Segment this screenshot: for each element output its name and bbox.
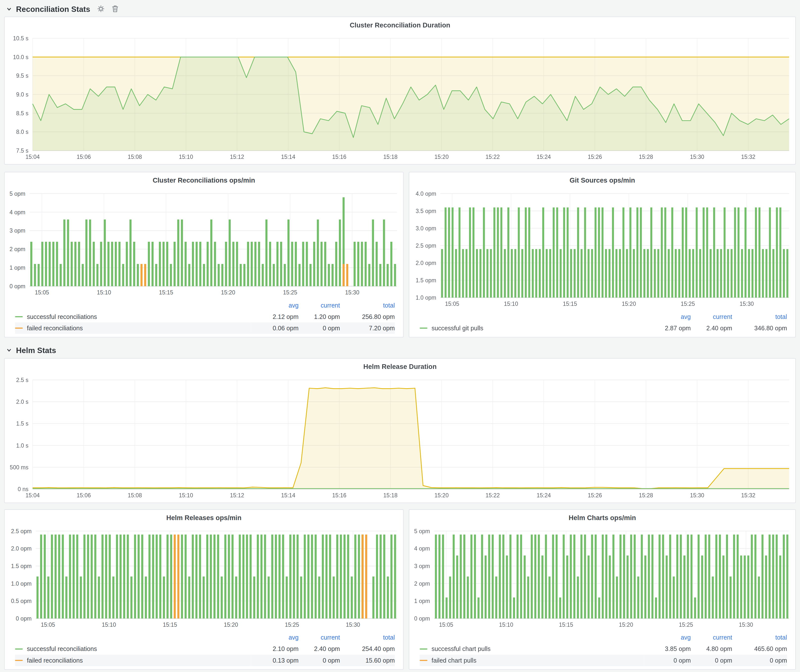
panel-title[interactable]: Helm Releases ops/min: [5, 510, 403, 523]
svg-text:15:28: 15:28: [639, 154, 653, 160]
legend-value: 7.20 opm: [340, 322, 395, 334]
panel-git-sources-opm: Git Sources ops/min 1.0 opm1.5 opm2.0 op…: [409, 172, 796, 337]
legend-col-current[interactable]: current: [691, 311, 732, 322]
chart-git-sources-opm[interactable]: 1.0 opm1.5 opm2.0 opm2.5 opm3.0 opm3.5 o…: [410, 186, 795, 311]
series-successful-git-pulls: [441, 207, 788, 298]
section-header-helm-stats[interactable]: Helm Stats: [4, 342, 796, 358]
legend-swatch: [15, 328, 23, 329]
y-tick-labels: 0 ns500 ms1.0 s1.5 s2.0 s2.5 s: [10, 377, 29, 492]
gear-icon[interactable]: [98, 5, 105, 12]
grafana-dashboard: Reconciliation Stats Cluster Reconciliat…: [0, 0, 800, 671]
section-header-reconciliation-stats[interactable]: Reconciliation Stats: [4, 1, 796, 17]
x-tick-labels: 15:0415:0615:0815:1015:1215:1415:1615:18…: [26, 492, 755, 499]
legend-label[interactable]: successful reconciliations: [27, 645, 97, 653]
legend-row: successful reconciliations2.12 opm1.20 o…: [15, 311, 395, 322]
svg-text:15:30: 15:30: [739, 622, 753, 628]
legend-git-sources: avgcurrenttotalsuccessful git pulls2.87 …: [410, 311, 795, 337]
legend-cluster-reconciliations: avgcurrenttotalsuccessful reconciliation…: [5, 300, 403, 337]
svg-text:15:20: 15:20: [622, 301, 636, 307]
svg-text:2 opm: 2 opm: [414, 581, 430, 587]
svg-text:1 opm: 1 opm: [10, 264, 26, 271]
svg-text:2.0 opm: 2.0 opm: [11, 545, 31, 552]
legend-value: 15.60 opm: [340, 655, 395, 666]
svg-text:15:30: 15:30: [690, 154, 704, 160]
legend-col-current[interactable]: current: [691, 632, 732, 643]
panel-title[interactable]: Cluster Reconciliations ops/min: [5, 173, 403, 186]
legend-col-avg[interactable]: avg: [643, 311, 691, 322]
grid: [36, 531, 397, 619]
legend-col-current[interactable]: current: [299, 300, 340, 311]
panel-title[interactable]: Git Sources ops/min: [410, 173, 795, 186]
svg-text:15:30: 15:30: [740, 301, 754, 307]
series-helm-release-duration: [33, 388, 789, 489]
legend-label[interactable]: successful reconciliations: [27, 313, 97, 320]
svg-text:2.5 s: 2.5 s: [16, 377, 29, 383]
legend-row: failed reconciliations0.06 opm0 opm7.20 …: [15, 322, 395, 334]
svg-text:15:20: 15:20: [221, 289, 235, 296]
legend-col-avg[interactable]: avg: [251, 632, 299, 643]
legend-row: successful git pulls2.87 opm2.40 opm346.…: [419, 322, 787, 334]
legend-label[interactable]: failed reconciliations: [27, 325, 83, 332]
legend-col-total[interactable]: total: [340, 300, 395, 311]
legend-value: 2.10 opm: [251, 643, 299, 655]
legend-col-total[interactable]: total: [732, 632, 787, 643]
svg-text:15:22: 15:22: [486, 154, 500, 160]
chevron-down-icon[interactable]: [6, 347, 12, 353]
chart-svg: 0 ns500 ms1.0 s1.5 s2.0 s2.5 s15:0415:06…: [5, 373, 795, 502]
chevron-down-icon[interactable]: [6, 6, 12, 12]
legend-label[interactable]: failed reconciliations: [27, 657, 83, 664]
svg-text:15:22: 15:22: [486, 492, 500, 499]
svg-text:15:20: 15:20: [434, 154, 449, 160]
grid: [434, 531, 789, 619]
series-successful-chart-pulls: [435, 534, 788, 618]
legend-col-current[interactable]: current: [299, 632, 340, 643]
legend-col-total[interactable]: total: [340, 632, 395, 643]
svg-text:15:15: 15:15: [559, 622, 573, 628]
svg-text:5 opm: 5 opm: [10, 190, 26, 197]
legend-value: 0.13 opm: [251, 655, 299, 666]
panel-title[interactable]: Helm Release Duration: [5, 359, 795, 373]
chart-helm-release-duration[interactable]: 0 ns500 ms1.0 s1.5 s2.0 s2.5 s15:0415:06…: [5, 373, 795, 502]
panel-title[interactable]: Helm Charts ops/min: [410, 510, 795, 523]
legend-row: successful reconciliations2.10 opm2.40 o…: [15, 643, 395, 655]
chart-cluster-reconciliation-duration[interactable]: 7.5 s8.0 s8.5 s9.0 s9.5 s10.0 s10.5 s15:…: [5, 31, 795, 164]
legend-label[interactable]: successful chart pulls: [432, 645, 491, 653]
legend-col-avg[interactable]: avg: [251, 300, 299, 311]
svg-text:15:32: 15:32: [741, 492, 755, 499]
svg-text:15:26: 15:26: [588, 492, 602, 499]
svg-text:10.0 s: 10.0 s: [13, 54, 29, 60]
legend-col-avg[interactable]: avg: [643, 632, 691, 643]
svg-text:15:20: 15:20: [224, 622, 238, 628]
panel-title[interactable]: Cluster Reconciliation Duration: [5, 17, 795, 31]
svg-text:15:32: 15:32: [741, 154, 755, 160]
svg-text:15:06: 15:06: [77, 154, 91, 160]
series-successful-reconciliations: [30, 197, 396, 286]
legend-value: 465.60 opm: [732, 643, 787, 655]
chart-helm-charts-opm[interactable]: 0 opm1 opm2 opm3 opm4 opm5 opm15:0515:10…: [410, 524, 795, 632]
legend-label[interactable]: successful git pulls: [432, 325, 483, 332]
svg-text:2 opm: 2 opm: [10, 246, 26, 252]
legend-label[interactable]: failed chart pulls: [432, 657, 477, 664]
svg-text:2.5 opm: 2.5 opm: [416, 242, 436, 249]
trash-icon[interactable]: [112, 5, 119, 12]
svg-text:15:20: 15:20: [434, 492, 449, 499]
legend-col-total[interactable]: total: [732, 311, 787, 322]
svg-text:15:25: 15:25: [285, 622, 299, 628]
legend-value: 2.87 opm: [643, 322, 691, 334]
svg-text:2.5 opm: 2.5 opm: [11, 528, 31, 534]
chart-cluster-reconciliations-opm[interactable]: 0 opm1 opm2 opm3 opm4 opm5 opm15:0515:10…: [5, 186, 403, 300]
svg-text:15:10: 15:10: [97, 289, 111, 296]
svg-text:15:15: 15:15: [563, 301, 577, 307]
legend-swatch: [419, 328, 427, 329]
svg-text:15:25: 15:25: [681, 301, 695, 307]
panel-helm-releases-opm: Helm Releases ops/min 0 opm0.5 opm1.0 op…: [4, 509, 404, 670]
legend-swatch: [419, 660, 427, 661]
svg-text:4.0 opm: 4.0 opm: [416, 190, 436, 197]
legend-row: successful chart pulls3.85 opm4.80 opm46…: [419, 643, 787, 655]
svg-text:15:08: 15:08: [128, 492, 142, 499]
svg-text:1.0 s: 1.0 s: [16, 442, 29, 449]
legend-swatch: [419, 648, 427, 650]
chart-helm-releases-opm[interactable]: 0 opm0.5 opm1.0 opm1.5 opm2.0 opm2.5 opm…: [5, 524, 403, 632]
legend-helm-releases: avgcurrenttotalsuccessful reconciliation…: [5, 632, 403, 669]
series-successful-reconciliations: [36, 534, 396, 618]
